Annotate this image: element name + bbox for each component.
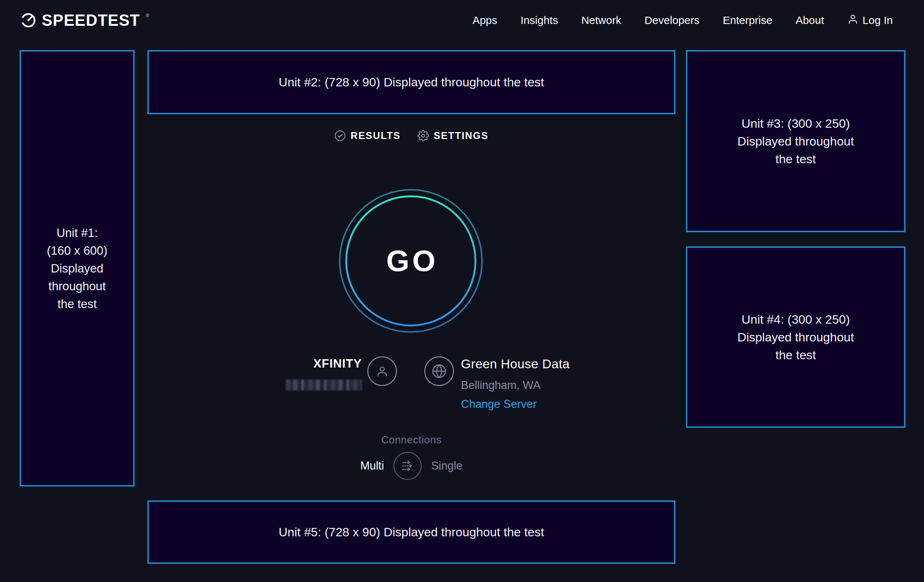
connections-option-single[interactable]: Single — [431, 459, 462, 472]
gear-icon — [417, 130, 429, 142]
ad-unit-1-line: Displayed — [51, 259, 104, 277]
ad-unit-3-line: Unit #3: (300 x 250) — [741, 115, 850, 132]
ad-unit-3-line: Displayed throughout — [738, 132, 854, 150]
server-name: Green House Data — [461, 357, 570, 371]
isp-ip-redacted — [285, 379, 362, 391]
ad-unit-1[interactable]: Unit #1: (160 x 600) Displayed throughou… — [20, 50, 135, 486]
nav-list: Apps Insights Network Developers Enterpr… — [472, 0, 893, 41]
tab-results[interactable]: RESULTS — [334, 130, 401, 142]
tab-settings-label: SETTINGS — [434, 130, 488, 142]
ad-unit-1-line: the test — [57, 295, 97, 313]
nav-item-network[interactable]: Network — [581, 14, 621, 26]
ad-unit-5-text: Unit #5: (728 x 90) Displayed throughout… — [279, 523, 544, 541]
multi-arrows-icon — [399, 458, 416, 474]
nav-item-apps[interactable]: Apps — [472, 14, 497, 26]
connections-option-multi[interactable]: Multi — [360, 459, 384, 472]
globe-icon — [431, 363, 447, 379]
connections-toggle-button[interactable] — [393, 452, 422, 480]
isp-user-icon[interactable] — [367, 356, 397, 386]
tab-settings[interactable]: SETTINGS — [417, 130, 488, 142]
connections-label: Connections — [147, 434, 675, 446]
ad-unit-1-line: throughout — [49, 277, 106, 295]
ad-unit-2-text: Unit #2: (728 x 90) Displayed throughout… — [279, 73, 544, 91]
ad-unit-3[interactable]: Unit #3: (300 x 250) Displayed throughou… — [686, 50, 906, 232]
gauge-icon — [20, 11, 37, 30]
user-icon — [847, 14, 858, 27]
check-circle-icon — [334, 130, 346, 142]
speedtest-logo[interactable]: SPEEDTEST® — [20, 0, 148, 41]
login-button[interactable]: Log In — [847, 14, 893, 27]
navbar: SPEEDTEST® Apps Insights Network Develop… — [0, 0, 924, 41]
connections-toggle-row: Multi Single — [147, 452, 675, 480]
server-location: Bellingham, WA — [461, 379, 540, 392]
tab-results-label: RESULTS — [351, 130, 401, 142]
go-button-label: GO — [338, 188, 483, 333]
go-button[interactable]: GO — [338, 188, 483, 333]
logo-text: SPEEDTEST — [42, 11, 140, 30]
logo-trademark: ® — [146, 13, 150, 18]
ad-unit-4[interactable]: Unit #4: (300 x 250) Displayed throughou… — [686, 246, 906, 428]
results-settings-tabs: RESULTS SETTINGS — [147, 130, 675, 142]
ad-unit-3-line: the test — [776, 150, 816, 168]
ad-unit-1-line: Unit #1: — [57, 224, 98, 242]
isp-name: XFINITY — [254, 357, 362, 371]
server-globe-icon[interactable] — [424, 356, 454, 386]
nav-item-enterprise[interactable]: Enterprise — [723, 14, 772, 26]
ad-unit-4-line: Displayed throughout — [738, 328, 854, 346]
nav-item-developers[interactable]: Developers — [645, 14, 700, 26]
speedtest-page: SPEEDTEST® Apps Insights Network Develop… — [0, 0, 924, 582]
ad-unit-2[interactable]: Unit #2: (728 x 90) Displayed throughout… — [147, 50, 675, 114]
ad-unit-1-line: (160 x 600) — [47, 242, 107, 259]
ad-unit-4-line: Unit #4: (300 x 250) — [741, 311, 850, 328]
nav-item-insights[interactable]: Insights — [520, 14, 558, 26]
ad-unit-5[interactable]: Unit #5: (728 x 90) Displayed throughout… — [147, 500, 675, 564]
nav-item-about[interactable]: About — [795, 14, 824, 26]
user-icon — [375, 364, 389, 378]
ad-unit-4-line: the test — [776, 346, 816, 364]
change-server-link[interactable]: Change Server — [461, 398, 537, 411]
login-label: Log In — [863, 14, 893, 26]
